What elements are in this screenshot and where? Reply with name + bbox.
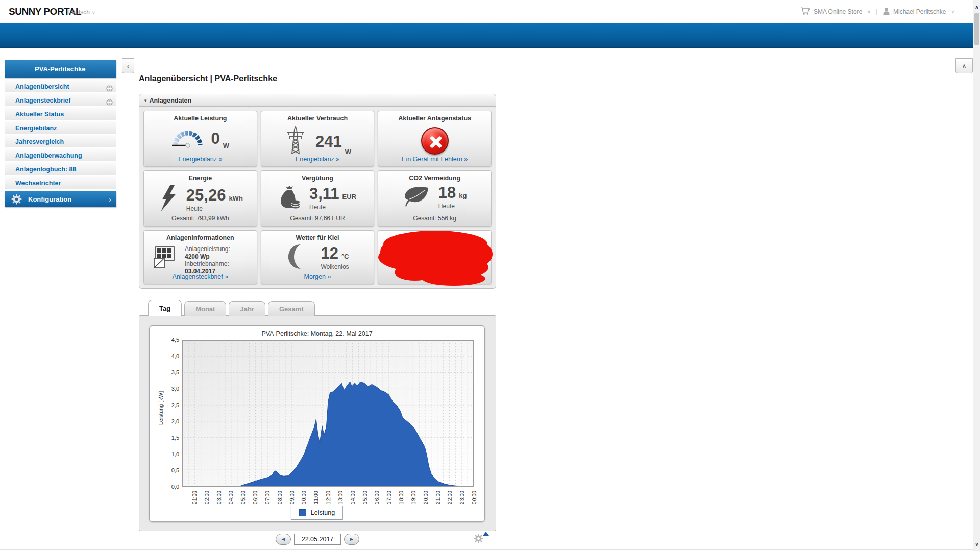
tile-title: Aktuelle Leistung — [144, 115, 257, 122]
co2-value: 18 — [438, 185, 456, 201]
plant-data-panel-title: Anlagendaten — [150, 97, 192, 104]
tile-current-power: Aktuelle Leistung 0W Energiebilanz » — [143, 111, 257, 167]
gear-icon — [11, 194, 22, 205]
energy-total-label: Gesamt: 793,99 kWh — [144, 215, 257, 222]
scrollbar-thumb[interactable] — [974, 13, 979, 45]
period-tabs: Tag Monat Jahr Gesamt — [148, 300, 315, 316]
previous-day-button[interactable]: ◄ — [276, 534, 291, 545]
remuneration-total-label: Gesamt: 97,66 EUR — [261, 215, 374, 222]
collapse-content-button[interactable]: ∧ — [955, 58, 973, 73]
x-tick-label: 03:00 — [216, 487, 222, 508]
tab-monat[interactable]: Monat — [184, 301, 226, 316]
x-tick-label: 18:00 — [398, 487, 404, 508]
sidebar-item-anlagenübersicht[interactable]: Anlagenübersicht — [5, 80, 116, 92]
tile-plant-status: Aktueller Anlagenstatus Ein Gerät mit Fe… — [378, 111, 492, 167]
tile-title: Wetter für Kiel — [261, 234, 374, 241]
x-tick-label: 04:00 — [228, 487, 234, 508]
plant-name-label: PVA-Perlitschke — [35, 65, 85, 73]
x-tick-label: 02:00 — [204, 487, 210, 508]
plant-data-panel-header[interactable]: ▾ Anlagendaten — [139, 94, 496, 107]
collapse-sidebar-button[interactable]: ‹ — [122, 58, 134, 73]
next-day-button[interactable]: ► — [344, 534, 359, 545]
sidebar-item-energiebilanz[interactable]: Energiebilanz — [5, 121, 116, 134]
chevron-down-icon: ∨ — [951, 9, 954, 14]
tile-title: Aktueller Anlagenstatus — [378, 115, 491, 122]
sidebar-plant-header[interactable]: PVA-Perlitschke — [5, 60, 116, 78]
y-tick-label: 0,5 — [160, 467, 179, 473]
chevron-down-icon: ∨ — [867, 9, 871, 14]
today-label: Heute — [186, 205, 243, 212]
sidebar-item-aktueller-status[interactable]: Aktueller Status — [5, 107, 116, 120]
sidebar-item-anlagenüberwachung[interactable]: Anlagenüberwachung — [5, 148, 116, 161]
y-tick-label: 2,5 — [160, 402, 179, 408]
plant-data-tiles: Aktuelle Leistung 0W Energiebilanz » Akt… — [139, 107, 496, 289]
plant-photo — [8, 62, 28, 76]
tab-jahr[interactable]: Jahr — [229, 301, 265, 316]
language-selector[interactable]: Deutsch∨ — [67, 9, 95, 16]
content-left-border — [122, 59, 122, 551]
today-label: Heute — [438, 203, 467, 210]
sidebar-item-anlagensteckbrief[interactable]: Anlagensteckbrief — [5, 93, 116, 106]
sidebar-item-jahresvergleich[interactable]: Jahresvergleich — [5, 135, 116, 147]
tab-gesamt[interactable]: Gesamt — [268, 301, 315, 316]
date-navigation: ◄ ► — [139, 534, 496, 545]
tile-title: Aktueller Verbrauch — [261, 115, 374, 122]
link-morgen[interactable]: Morgen » — [261, 273, 374, 280]
plant-power-label: Anlagenleistung: — [185, 245, 230, 253]
x-tick-label: 11:00 — [313, 487, 319, 508]
sidebar-item-label: Jahresvergleich — [15, 138, 64, 145]
x-tick-label: 21:00 — [435, 487, 441, 508]
top-header: SUNNY PORTAL Deutsch∨ SMA Online Store ∨… — [0, 0, 980, 23]
sidebar-item-label: Energiebilanz — [15, 124, 57, 132]
x-tick-label: 23:00 — [459, 487, 465, 508]
gear-icon — [474, 534, 483, 543]
link-anlagensteckbrief[interactable]: Anlagensteckbrief » — [144, 273, 257, 280]
user-menu[interactable]: Michael Perlitschke ∨ — [883, 7, 954, 17]
x-tick-label: 15:00 — [362, 487, 368, 508]
sidebar-item-konfiguration[interactable]: Konfiguration › — [5, 191, 116, 207]
energy-value: 25,26 — [186, 187, 226, 203]
sidebar-item-label: Wechselrichter — [15, 180, 61, 187]
pylon-icon — [284, 126, 307, 157]
chart-plot-area[interactable] — [182, 340, 474, 487]
sunny-portal-app: SUNNY PORTAL Deutsch∨ SMA Online Store ∨… — [0, 0, 980, 551]
current-power-unit: W — [223, 142, 229, 149]
tile-title: CO2 Vermeidung — [378, 174, 491, 182]
date-input[interactable] — [294, 534, 341, 545]
content-top-border — [122, 59, 973, 59]
scrollbar-down-icon[interactable]: ∨ — [973, 541, 980, 547]
error-status-icon — [421, 127, 449, 155]
sidebar-item-anlagenlogbuch-88[interactable]: Anlagenlogbuch: 88 — [5, 162, 116, 175]
header-divider: | — [876, 8, 877, 15]
page-bottom-divider — [0, 549, 973, 550]
legend-swatch — [299, 509, 306, 516]
tile-remuneration: Vergütung 3,11EUR Heute Gesamt: 97,66 EU… — [261, 170, 375, 227]
page-scrollbar[interactable]: ∧ ∨ — [973, 0, 980, 551]
link-energiebilanz[interactable]: Energiebilanz » — [144, 156, 257, 163]
triangle-up-icon — [483, 532, 489, 536]
solar-panel-icon — [152, 244, 178, 272]
header-user-area: SMA Online Store ∨ | Michael Perlitschke… — [800, 7, 954, 17]
tab-tag[interactable]: Tag — [148, 300, 182, 316]
tile-plant-info: Anlageninformationen Anlagenleistung: 42… — [143, 230, 257, 284]
link-energiebilanz[interactable]: Energiebilanz » — [261, 156, 374, 163]
y-tick-label: 1,5 — [160, 435, 179, 441]
energy-unit: kWh — [229, 194, 242, 202]
y-tick-label: 2,0 — [160, 418, 179, 424]
tile-current-consumption: Aktueller Verbrauch 241W Energiebilanz » — [261, 111, 375, 167]
redaction-scribble — [374, 228, 500, 289]
commissioning-label: Inbetriebnahme: — [185, 260, 230, 268]
legend-label: Leistung — [311, 509, 335, 516]
sidebar-item-label: Anlagenüberwachung — [15, 152, 82, 159]
chart-settings-button[interactable] — [474, 532, 489, 544]
chevron-down-icon: ∨ — [92, 10, 95, 15]
scrollbar-up-icon[interactable]: ∧ — [973, 4, 980, 10]
online-store-link[interactable]: SMA Online Store ∨ — [800, 7, 871, 17]
link-device-errors[interactable]: Ein Gerät mit Fehlern » — [378, 156, 491, 163]
bolt-icon — [158, 184, 178, 215]
x-tick-label: 22:00 — [447, 487, 453, 508]
sidebar-item-wechselrichter[interactable]: Wechselrichter — [5, 176, 116, 189]
sidebar-item-label: Anlagenlogbuch: 88 — [15, 166, 76, 173]
x-tick-label: 00:00 — [471, 487, 477, 508]
tile-title: Vergütung — [261, 174, 374, 182]
